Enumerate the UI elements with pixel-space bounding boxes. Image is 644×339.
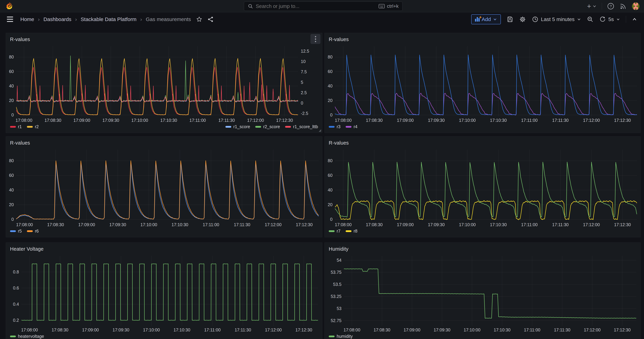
navbar-divider xyxy=(602,3,602,10)
breadcrumb-folder[interactable]: Stackable Data Platform xyxy=(81,16,136,22)
legend-swatch xyxy=(329,336,334,337)
panel-legend: r1r2r1_scorer2_scorer1_score_lttb xyxy=(6,124,322,133)
panel-title[interactable]: R-values xyxy=(329,140,349,146)
user-avatar[interactable] xyxy=(632,2,640,10)
breadcrumb-dashboards[interactable]: Dashboards xyxy=(44,16,72,22)
x-axis-tick-label: 17:11:00 xyxy=(521,118,538,123)
legend-item-r4[interactable]: r4 xyxy=(346,124,357,129)
legend-item-r6[interactable]: r6 xyxy=(27,228,39,234)
legend-item-humidity[interactable]: humidity xyxy=(329,334,353,339)
timeseries-chart[interactable]: 020406080-2.502.557.51012.517:08:0017:08… xyxy=(6,46,322,124)
timeseries-chart[interactable]: 0.20.40.60.817:08:0017:08:3017:09:0017:0… xyxy=(6,256,322,333)
legend-item-r2_score[interactable]: r2_score xyxy=(255,124,280,129)
x-axis-tick-label: 17:10:00 xyxy=(459,118,476,123)
x-axis-tick-label: 17:10:30 xyxy=(490,222,507,227)
x-axis-tick-label: 17:10:00 xyxy=(140,222,157,227)
timeseries-chart[interactable]: 52.755353.2553.553.755417:08:0017:08:301… xyxy=(324,256,640,333)
menu-toggle-button[interactable] xyxy=(7,16,13,22)
share-button[interactable] xyxy=(208,16,214,22)
x-axis-tick-label: 17:11:30 xyxy=(234,328,251,332)
y-axis-tick-label: 53.75 xyxy=(330,270,342,275)
chevron-down-icon xyxy=(493,17,497,22)
legend-label: humidity xyxy=(337,334,353,339)
timeseries-chart[interactable]: 02040608017:08:0017:08:3017:09:0017:09:3… xyxy=(324,46,640,124)
panel-r-values-4: R-values 02040608017:08:0017:08:3017:09:… xyxy=(324,136,640,238)
svg-text:?: ? xyxy=(610,4,612,8)
x-axis-tick-label: 17:12:30 xyxy=(296,328,312,332)
x-axis-tick-label: 17:12:30 xyxy=(614,222,631,227)
share-icon xyxy=(208,16,214,22)
favorite-button[interactable] xyxy=(196,16,202,22)
y-axis-tick-label: 52.75 xyxy=(330,318,342,323)
legend-swatch xyxy=(329,230,334,232)
chevron-up-icon xyxy=(632,17,637,22)
x-axis-tick-label: 17:12:30 xyxy=(296,222,312,227)
refresh-icon xyxy=(599,16,606,22)
dashboard-subnav: Home › Dashboards › Stackable Data Platf… xyxy=(0,12,644,26)
x-axis-tick-label: 17:12:30 xyxy=(276,118,293,123)
x-axis-tick-label: 17:09:00 xyxy=(82,328,99,332)
legend-item-r3[interactable]: r3 xyxy=(329,124,340,129)
y-axis-tick-label: 0.8 xyxy=(13,270,19,274)
legend-item-r7[interactable]: r7 xyxy=(329,228,340,234)
clock-icon xyxy=(532,16,538,22)
search-input[interactable] xyxy=(256,4,378,9)
x-axis-tick-label: 17:09:00 xyxy=(397,118,414,123)
timeseries-chart[interactable]: 02040608017:08:0017:08:3017:09:0017:09:3… xyxy=(324,150,640,228)
y-axis-right-tick-label: 5 xyxy=(301,80,303,85)
panel-header[interactable]: R-values xyxy=(324,136,640,150)
x-axis-tick-label: 17:10:00 xyxy=(143,328,160,332)
x-axis-tick-label: 17:11:30 xyxy=(552,222,569,227)
panel-header[interactable]: R-values xyxy=(6,33,322,46)
legend-item-heatervoltage[interactable]: heatervoltage xyxy=(10,334,44,339)
panel-title[interactable]: Heater Voltage xyxy=(10,246,44,252)
news-button[interactable] xyxy=(620,2,627,10)
legend-item-r1_score_lttb[interactable]: r1_score_lttb xyxy=(285,124,318,129)
x-axis-tick-label: 17:11:00 xyxy=(521,222,538,227)
panel-heater-voltage: Heater Voltage 0.20.40.60.817:08:0017:08… xyxy=(6,242,322,339)
panel-header[interactable]: R-values xyxy=(324,33,640,46)
panel-title[interactable]: R-values xyxy=(10,140,30,146)
breadcrumb-home[interactable]: Home xyxy=(20,16,34,22)
legend-item-r8[interactable]: r8 xyxy=(346,228,357,234)
x-axis-tick-label: 17:09:30 xyxy=(434,328,450,332)
help-button[interactable]: ? xyxy=(607,2,614,10)
timeseries-chart[interactable]: 02040608017:08:0017:08:3017:09:0017:09:3… xyxy=(6,150,322,228)
search-bar[interactable]: ctrl+k xyxy=(244,2,402,11)
new-menu-button[interactable]: + xyxy=(587,2,596,10)
panel-title[interactable]: R-values xyxy=(10,36,30,42)
legend-label: r7 xyxy=(337,228,340,234)
y-axis-tick-label: 0 xyxy=(330,217,332,222)
panel-header[interactable]: Humidity xyxy=(324,242,640,256)
legend-item-r1_score[interactable]: r1_score xyxy=(226,124,250,129)
legend-item-r2[interactable]: r2 xyxy=(27,124,39,129)
legend-item-r1[interactable]: r1 xyxy=(10,124,22,129)
y-axis-right-tick-label: -2.5 xyxy=(301,111,308,116)
x-axis-tick-label: 17:10:30 xyxy=(174,328,190,332)
x-axis-tick-label: 17:11:30 xyxy=(552,118,569,123)
x-axis-tick-label: 17:09:00 xyxy=(74,118,90,123)
x-axis-tick-label: 17:10:30 xyxy=(494,328,510,332)
time-range-picker[interactable]: Last 5 minutes xyxy=(532,16,581,22)
legend-group: heatervoltage xyxy=(10,334,44,339)
grafana-logo[interactable] xyxy=(0,2,19,10)
save-dashboard-button[interactable] xyxy=(507,16,513,22)
panel-menu-button[interactable] xyxy=(310,34,320,44)
panel-r-values-3: R-values 02040608017:08:0017:08:3017:09:… xyxy=(6,136,322,238)
panel-header[interactable]: Heater Voltage xyxy=(6,242,322,256)
legend-item-r5[interactable]: r5 xyxy=(10,228,22,234)
panel-header[interactable]: R-values xyxy=(6,136,322,150)
panel-title[interactable]: Humidity xyxy=(329,246,348,252)
collapse-toolbar-button[interactable] xyxy=(632,17,637,22)
panel-title[interactable]: R-values xyxy=(329,36,349,42)
refresh-picker[interactable]: 5s xyxy=(599,16,620,22)
dashboard-settings-button[interactable] xyxy=(519,16,526,23)
x-axis-tick-label: 17:11:00 xyxy=(203,222,219,227)
panel-resize-handle[interactable] xyxy=(318,129,322,132)
zoom-out-button[interactable] xyxy=(587,16,594,22)
add-panel-button[interactable]: + Add xyxy=(471,14,501,24)
panel-humidity: Humidity 52.755353.2553.553.755417:08:00… xyxy=(324,242,640,339)
x-axis-tick-label: 17:08:00 xyxy=(16,222,33,227)
legend-label: heatervoltage xyxy=(18,334,44,339)
y-axis-tick-label: 60 xyxy=(9,69,14,74)
